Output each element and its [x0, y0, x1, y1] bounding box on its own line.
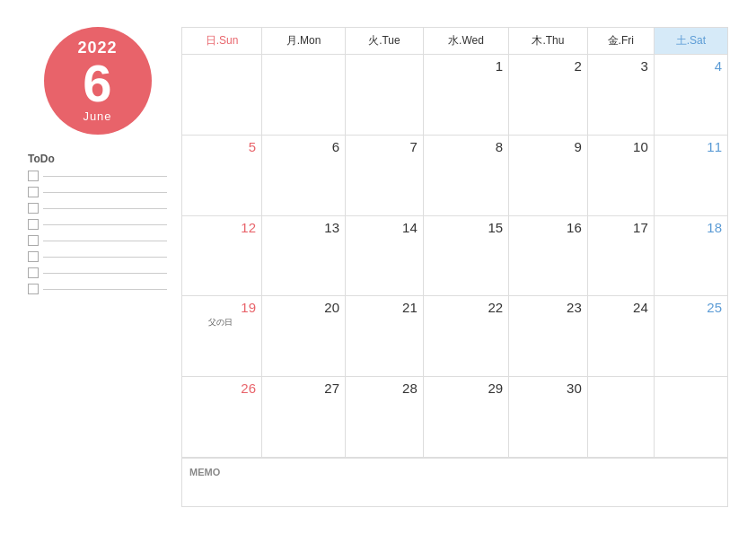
calendar-cell: 25 [654, 296, 727, 377]
todo-item[interactable] [28, 187, 167, 197]
todo-checkbox-7[interactable] [28, 267, 39, 278]
todo-line-7 [43, 273, 167, 274]
memo-section: MEMO [181, 458, 728, 507]
todo-item[interactable] [28, 171, 167, 181]
calendar-row: 1 2 3 4 [182, 55, 728, 136]
todo-line-5 [43, 241, 167, 241]
todo-item[interactable] [28, 267, 167, 278]
calendar-cell: 13 [261, 215, 345, 296]
calendar-cell: 14 [346, 215, 424, 296]
calendar-row: 26 27 28 29 30 [182, 377, 728, 458]
calendar-cell: 2 [509, 55, 588, 136]
calendar-cell: 1 [423, 55, 508, 136]
todo-checkbox-3[interactable] [28, 203, 39, 214]
todo-checkbox-1[interactable] [28, 171, 39, 181]
todo-line-4 [43, 224, 167, 225]
calendar-cell: 18 [654, 215, 727, 296]
calendar-cell: 22 [423, 296, 508, 377]
todo-checkbox-5[interactable] [28, 235, 39, 246]
calendar-cell [182, 55, 262, 136]
left-panel: 2022 6 June ToDo [28, 27, 167, 507]
calendar-cell: 26 [182, 377, 262, 458]
calendar-cell: 20 [261, 296, 345, 377]
calendar-cell: 8 [423, 135, 508, 215]
calendar-row: 12 13 14 15 16 17 18 [182, 215, 728, 296]
calendar-cell: 6 [261, 135, 345, 215]
todo-item[interactable] [28, 235, 167, 246]
calendar-cell: 7 [346, 135, 424, 215]
todo-checkbox-6[interactable] [28, 251, 39, 262]
calendar-cell: 15 [423, 215, 508, 296]
header-wed: 水.Wed [423, 28, 508, 55]
calendar-cell: 12 [182, 215, 262, 296]
calendar-cell: 19 父の日 [182, 296, 262, 377]
header-thu: 木.Thu [509, 28, 588, 55]
calendar-cell: 9 [509, 135, 588, 215]
calendar-cell [654, 377, 727, 458]
calendar-cell [587, 377, 654, 458]
month-name: June [83, 109, 111, 123]
todo-title: ToDo [28, 153, 167, 165]
todo-line-8 [43, 289, 167, 290]
todo-line-6 [43, 257, 167, 258]
memo-label: MEMO [189, 467, 220, 477]
calendar-cell: 5 [182, 135, 262, 215]
header-sun: 日.Sun [182, 28, 262, 55]
calendar-row: 5 6 7 8 9 10 11 [182, 135, 728, 215]
calendar-cell: 21 [346, 296, 424, 377]
header-sat: 土.Sat [654, 28, 727, 55]
header-tue: 火.Tue [346, 28, 424, 55]
event-label: 父の日 [186, 317, 256, 328]
header-fri: 金.Fri [587, 28, 654, 55]
calendar-row: 19 父の日 20 21 22 23 24 25 [182, 296, 728, 377]
calendar-cell: 11 [654, 135, 727, 215]
calendar-cell: 4 [654, 55, 727, 136]
todo-item[interactable] [28, 251, 167, 262]
calendar-cell: 27 [261, 377, 345, 458]
todo-item[interactable] [28, 219, 167, 230]
todo-checkbox-8[interactable] [28, 284, 39, 294]
calendar-table: 日.Sun 月.Mon 火.Tue 水.Wed 木.Thu 金.Fri 土.Sa… [181, 27, 728, 458]
calendar-cell: 17 [587, 215, 654, 296]
todo-item[interactable] [28, 284, 167, 294]
calendar-cell: 28 [346, 377, 424, 458]
calendar-cell: 23 [509, 296, 588, 377]
calendar-cell: 10 [587, 135, 654, 215]
page: 2022 6 June ToDo [10, 9, 746, 525]
right-panel: 日.Sun 月.Mon 火.Tue 水.Wed 木.Thu 金.Fri 土.Sa… [181, 27, 728, 507]
calendar-cell: 24 [587, 296, 654, 377]
calendar-cell [346, 55, 424, 136]
calendar-cell [261, 55, 345, 136]
todo-line-2 [43, 192, 167, 193]
calendar-cell: 30 [509, 377, 588, 458]
todo-item[interactable] [28, 203, 167, 214]
todo-line-3 [43, 208, 167, 209]
todo-checkbox-2[interactable] [28, 187, 39, 197]
header-mon: 月.Mon [261, 28, 345, 55]
todo-line-1 [43, 176, 167, 177]
month-number: 6 [83, 57, 111, 109]
calendar-cell: 3 [587, 55, 654, 136]
todo-section: ToDo [28, 153, 167, 300]
calendar-header-row: 日.Sun 月.Mon 火.Tue 水.Wed 木.Thu 金.Fri 土.Sa… [182, 28, 728, 55]
todo-checkbox-4[interactable] [28, 219, 39, 230]
calendar-cell: 16 [509, 215, 588, 296]
month-circle: 2022 6 June [44, 27, 152, 135]
calendar-cell: 29 [423, 377, 508, 458]
